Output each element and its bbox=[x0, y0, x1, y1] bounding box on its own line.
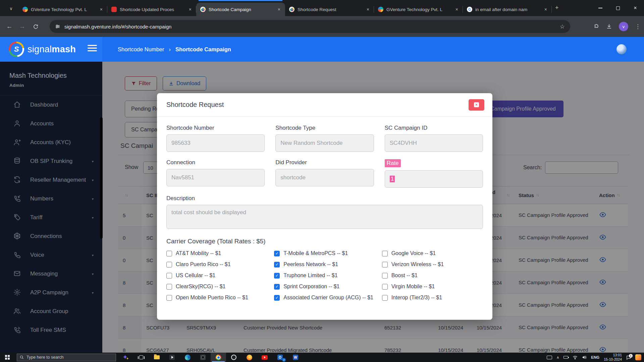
bookmark-star-icon[interactable]: ☆ bbox=[560, 23, 565, 30]
extensions-icon[interactable] bbox=[594, 24, 599, 29]
language-indicator[interactable]: ENG bbox=[591, 355, 599, 359]
carrier-checkbox[interactable]: ✓ bbox=[274, 295, 280, 301]
carrier-option[interactable]: US Cellular -- $1 bbox=[166, 273, 267, 279]
field-input[interactable]: SC4DVHH bbox=[385, 134, 483, 152]
forward-button[interactable]: → bbox=[17, 22, 27, 31]
carrier-checkbox[interactable]: ✓ bbox=[274, 273, 280, 279]
browser-tab[interactable]: Gin email after domain nam× bbox=[463, 3, 552, 16]
maximize-button[interactable] bbox=[609, 0, 627, 16]
carrier-option[interactable]: Boost -- $1 bbox=[382, 273, 483, 279]
carrier-option[interactable]: Verizon Wireless -- $1 bbox=[382, 261, 483, 267]
edge-icon[interactable] bbox=[180, 353, 195, 362]
browser-tab[interactable]: SShortcode Request× bbox=[285, 3, 374, 16]
media-player-icon[interactable] bbox=[164, 353, 180, 362]
youtube-icon[interactable] bbox=[257, 353, 272, 362]
site-info-icon[interactable] bbox=[55, 24, 60, 29]
carrier-checkbox[interactable] bbox=[166, 262, 172, 267]
reload-button[interactable] bbox=[31, 22, 40, 31]
sidebar-item-tariff[interactable]: Tariff▾ bbox=[0, 208, 102, 227]
wifi-icon[interactable] bbox=[573, 356, 578, 359]
carrier-option[interactable]: Virgin Mobile -- $1 bbox=[382, 284, 483, 290]
user-avatar[interactable] bbox=[616, 44, 627, 54]
new-tab-button[interactable]: + bbox=[555, 5, 559, 11]
carrier-checkbox[interactable]: ✓ bbox=[274, 262, 280, 267]
carrier-checkbox[interactable] bbox=[382, 273, 388, 279]
carrier-checkbox[interactable]: ✓ bbox=[274, 284, 280, 290]
touch-keyboard-icon[interactable] bbox=[547, 356, 552, 359]
tab-search-icon[interactable]: ∨ bbox=[6, 3, 16, 13]
tab-close-icon[interactable]: × bbox=[99, 7, 103, 12]
carrier-option[interactable]: ClearSky(RCG) -- $1 bbox=[166, 284, 267, 290]
sidebar-item-dashboard[interactable]: Dashboard bbox=[0, 96, 102, 114]
carrier-option[interactable]: Interop (Tier2/3) -- $1 bbox=[382, 295, 483, 301]
browser-tab[interactable]: GVenture Technology Pvt. L× bbox=[18, 3, 107, 16]
sidebar-item-numbers[interactable]: Numbers▾ bbox=[0, 189, 102, 208]
field-input[interactable]: Nav5851 bbox=[166, 169, 265, 186]
carrier-option[interactable]: Google Voice -- $1 bbox=[382, 250, 483, 256]
carrier-checkbox[interactable] bbox=[382, 284, 388, 290]
carrier-checkbox[interactable]: ✓ bbox=[274, 251, 280, 256]
carrier-checkbox[interactable] bbox=[382, 295, 388, 301]
obs-studio-icon[interactable] bbox=[226, 353, 241, 362]
notifications-icon[interactable]: 1 bbox=[626, 355, 631, 360]
tray-expand-icon[interactable]: ∧ bbox=[556, 355, 559, 360]
browser-tab[interactable]: SShortcode Campaign× bbox=[196, 3, 285, 16]
task-view-icon[interactable] bbox=[133, 353, 149, 362]
outlook-icon[interactable]: O 2 bbox=[272, 353, 288, 362]
carrier-checkbox[interactable] bbox=[382, 262, 388, 267]
minimize-button[interactable] bbox=[592, 0, 609, 16]
clock[interactable]: 13:01 15-10-2024 bbox=[604, 353, 622, 361]
carrier-checkbox[interactable] bbox=[166, 295, 172, 301]
field-input[interactable]: 985633 bbox=[166, 134, 265, 152]
firefox-icon[interactable] bbox=[241, 353, 257, 362]
sidebar-item-messaging[interactable]: Messaging▾ bbox=[0, 264, 102, 283]
close-window-button[interactable]: × bbox=[627, 0, 644, 16]
carrier-option[interactable]: Open Mobile Puerto Rico -- $1 bbox=[166, 295, 267, 301]
tab-close-icon[interactable]: × bbox=[544, 7, 548, 12]
copilot-icon[interactable] bbox=[118, 353, 133, 362]
tab-close-icon[interactable]: × bbox=[277, 7, 281, 12]
sidebar-item-accounts[interactable]: Accounts bbox=[0, 114, 102, 133]
carrier-option[interactable]: ✓Associated Carrier Group (ACG) -- $1 bbox=[274, 295, 375, 301]
carrier-option[interactable]: AT&T Mobility -- $1 bbox=[166, 250, 267, 256]
chrome-icon[interactable] bbox=[211, 353, 226, 362]
carrier-checkbox[interactable] bbox=[166, 284, 172, 290]
breadcrumb-item[interactable]: Shortcode Number bbox=[118, 46, 164, 53]
carrier-option[interactable]: ✓Peerless Network -- $1 bbox=[274, 261, 375, 267]
sidebar-item-ob-sip-trunking[interactable]: OB SIP Trunking▾ bbox=[0, 152, 102, 171]
carrier-option[interactable]: Claro Puerto Rico -- $1 bbox=[166, 261, 267, 267]
battery-icon[interactable] bbox=[564, 356, 568, 359]
browser-tab[interactable]: Shortcode Updated Proces× bbox=[107, 3, 196, 16]
carrier-checkbox[interactable] bbox=[382, 251, 388, 256]
tab-close-icon[interactable]: × bbox=[188, 7, 192, 12]
start-button-icon[interactable] bbox=[0, 353, 15, 362]
camera-app-icon[interactable] bbox=[195, 353, 211, 362]
carrier-option[interactable]: ✓Truphone Limited -- $1 bbox=[274, 273, 375, 279]
sidebar-item-a2p-campaign[interactable]: A2P Campaign▾ bbox=[0, 283, 102, 302]
widget-icon[interactable] bbox=[635, 354, 641, 360]
sidebar-item-voice[interactable]: Voice▾ bbox=[0, 246, 102, 264]
back-button[interactable]: ← bbox=[5, 22, 14, 31]
file-explorer-icon[interactable] bbox=[149, 353, 164, 362]
browser-menu-icon[interactable]: ⋮ bbox=[635, 23, 641, 30]
field-input[interactable]: 1 bbox=[385, 170, 483, 188]
hamburger-menu-icon[interactable] bbox=[88, 45, 97, 51]
carrier-checkbox[interactable] bbox=[166, 273, 172, 279]
browser-profile-avatar[interactable]: v bbox=[619, 22, 628, 31]
carrier-checkbox[interactable] bbox=[166, 251, 172, 256]
sidebar-item-account-group[interactable]: Account Group bbox=[0, 302, 102, 321]
tab-close-icon[interactable]: × bbox=[455, 7, 459, 12]
url-text[interactable]: signalmash.gventure.info/#/shortcode-cam… bbox=[64, 24, 556, 29]
modal-close-button[interactable]: × bbox=[469, 99, 484, 111]
tab-close-icon[interactable]: × bbox=[366, 7, 370, 12]
sidebar-item-connections[interactable]: Connections bbox=[0, 227, 102, 246]
sidebar-item-toll-free-sms[interactable]: Toll Free SMS bbox=[0, 321, 102, 340]
browser-tab[interactable]: GVenture Technology Pvt. L× bbox=[374, 3, 463, 16]
taskbar-search-input[interactable]: Type here to search bbox=[17, 354, 116, 361]
volume-icon[interactable] bbox=[582, 355, 587, 359]
carrier-option[interactable]: ✓Sprint Corporation -- $1 bbox=[274, 284, 375, 290]
sidebar-item-accounts-kyc-[interactable]: Accounts (KYC) bbox=[0, 133, 102, 152]
description-textarea[interactable]: total cost should be displayed bbox=[166, 205, 483, 229]
carrier-option[interactable]: ✓T-Mobile & MetroPCS -- $1 bbox=[274, 250, 375, 256]
sidebar-item-reseller-management[interactable]: Reseller Management▾ bbox=[0, 171, 102, 189]
